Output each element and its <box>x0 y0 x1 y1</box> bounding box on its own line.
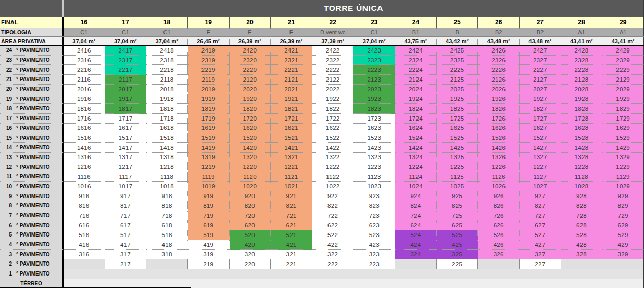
unit-cell[interactable]: 1629 <box>602 124 644 134</box>
unit-cell[interactable]: 1117 <box>105 172 147 182</box>
unit-cell[interactable]: 423 <box>353 240 395 250</box>
unit-cell[interactable]: 827 <box>520 201 561 211</box>
unit-cell[interactable]: 1828 <box>561 104 603 114</box>
unit-cell[interactable]: 1525 <box>437 133 478 143</box>
unit-cell[interactable]: 626 <box>478 220 520 230</box>
unit-cell[interactable]: 617 <box>105 220 147 230</box>
unit-cell[interactable]: 919 <box>188 191 230 201</box>
unit-cell[interactable]: 2322 <box>312 56 354 66</box>
unit-cell[interactable]: 2319 <box>188 56 230 66</box>
unit-cell[interactable]: 1322 <box>312 153 354 163</box>
unit-cell[interactable]: 726 <box>478 211 520 221</box>
unit-cell[interactable]: 1520 <box>230 133 271 143</box>
unit-cell[interactable]: 1329 <box>602 153 644 163</box>
unit-cell[interactable]: 2329 <box>602 56 644 66</box>
unit-cell[interactable]: 1126 <box>478 172 520 182</box>
unit-cell[interactable]: 1518 <box>146 133 188 143</box>
unit-cell[interactable]: 1022 <box>312 182 354 192</box>
unit-cell[interactable]: 219 <box>188 259 230 269</box>
unit-cell[interactable]: 1517 <box>105 133 147 143</box>
unit-cell[interactable] <box>64 259 105 269</box>
unit-cell[interactable]: 419 <box>188 240 230 250</box>
unit-cell[interactable]: 1826 <box>478 104 520 114</box>
unit-cell[interactable]: 1423 <box>353 143 395 153</box>
unit-cell[interactable]: 2123 <box>353 75 395 85</box>
tipologia-row-label[interactable]: TIPOLOGIA <box>0 28 64 36</box>
unit-cell[interactable]: 1223 <box>353 162 395 172</box>
unit-cell[interactable]: 2316 <box>64 56 105 66</box>
unit-cell[interactable]: 1019 <box>188 182 230 192</box>
unit-cell[interactable]: 1526 <box>478 133 520 143</box>
unit-cell[interactable]: 2224 <box>395 65 437 75</box>
unit-cell[interactable]: 428 <box>561 240 603 250</box>
unit-cell[interactable]: 1229 <box>602 162 644 172</box>
unit-cell[interactable]: 2318 <box>146 56 188 66</box>
unit-cell[interactable]: 1622 <box>312 124 354 134</box>
unit-cell[interactable]: 1825 <box>437 104 478 114</box>
floor-label[interactable]: 3° PAVIMENTO <box>0 250 64 259</box>
unit-cell[interactable]: 1222 <box>312 162 354 172</box>
unit-cell[interactable]: 1720 <box>230 114 271 124</box>
unit-cell[interactable] <box>395 259 437 269</box>
final-cell[interactable]: 23 <box>353 17 395 28</box>
unit-cell[interactable]: 523 <box>353 230 395 240</box>
area-cell[interactable]: 43,41 m² <box>602 37 644 45</box>
final-cell[interactable]: 18 <box>146 17 188 28</box>
unit-cell[interactable]: 2429 <box>602 46 644 56</box>
unit-cell[interactable]: 528 <box>561 230 603 240</box>
floor-label[interactable]: 15° PAVIMENTO <box>0 133 64 143</box>
unit-cell[interactable]: 1528 <box>561 133 603 143</box>
unit-cell[interactable]: 1523 <box>353 133 395 143</box>
unit-cell[interactable]: 917 <box>105 191 147 201</box>
unit-cell[interactable]: 1617 <box>105 124 147 134</box>
unit-cell[interactable]: 821 <box>271 201 312 211</box>
unit-cell[interactable]: 2416 <box>64 46 105 56</box>
unit-cell[interactable]: 616 <box>64 220 105 230</box>
unit-cell[interactable]: 2225 <box>437 65 478 75</box>
unit-cell[interactable]: 322 <box>312 250 354 259</box>
area-cell[interactable]: 43,48 m² <box>520 37 561 45</box>
unit-cell[interactable]: 2428 <box>561 46 603 56</box>
unit-cell[interactable]: 417 <box>105 240 147 250</box>
unit-cell[interactable]: 826 <box>478 201 520 211</box>
area-cell[interactable]: 26,39 m² <box>271 37 312 45</box>
unit-cell[interactable]: 1820 <box>230 104 271 114</box>
unit-cell[interactable]: 2419 <box>188 46 230 56</box>
final-cell[interactable]: 25 <box>437 17 478 28</box>
unit-cell[interactable]: 418 <box>146 240 188 250</box>
floor-label[interactable]: 23° PAVIMENTO <box>0 56 64 66</box>
unit-cell[interactable]: 1924 <box>395 94 437 104</box>
unit-cell[interactable]: 422 <box>312 240 354 250</box>
unit-cell[interactable]: 718 <box>146 211 188 221</box>
unit-cell[interactable]: 724 <box>395 211 437 221</box>
unit-cell[interactable]: 2228 <box>561 65 603 75</box>
floor-label[interactable]: 16° PAVIMENTO <box>0 124 64 134</box>
unit-cell[interactable]: 2325 <box>437 56 478 66</box>
unit-cell[interactable]: 316 <box>64 250 105 259</box>
unit-cell[interactable]: 1327 <box>520 153 561 163</box>
unit-cell[interactable]: 2217 <box>105 65 147 75</box>
final-cell[interactable]: 19 <box>188 17 230 28</box>
unit-cell[interactable]: 318 <box>146 250 188 259</box>
unit-cell[interactable]: 928 <box>561 191 603 201</box>
unit-cell[interactable]: 521 <box>271 230 312 240</box>
unit-cell[interactable]: 1918 <box>146 94 188 104</box>
unit-cell[interactable]: 625 <box>437 220 478 230</box>
unit-cell[interactable]: 1927 <box>520 94 561 104</box>
unit-cell[interactable]: 326 <box>478 250 520 259</box>
unit-cell[interactable]: 719 <box>188 211 230 221</box>
tipologia-cell[interactable]: E <box>271 28 312 36</box>
unit-cell[interactable]: 1217 <box>105 162 147 172</box>
unit-cell[interactable]: 1216 <box>64 162 105 172</box>
unit-cell[interactable]: 1318 <box>146 153 188 163</box>
unit-cell[interactable]: 2417 <box>105 46 147 56</box>
floor-label[interactable]: 17° PAVIMENTO <box>0 114 64 124</box>
unit-cell[interactable]: 2128 <box>561 75 603 85</box>
unit-cell[interactable]: 2418 <box>146 46 188 56</box>
unit-cell[interactable]: 2116 <box>64 75 105 85</box>
unit-cell[interactable]: 1623 <box>353 124 395 134</box>
unit-cell[interactable]: 1320 <box>230 153 271 163</box>
unit-cell[interactable]: 2022 <box>312 85 354 95</box>
unit-cell[interactable]: 1323 <box>353 153 395 163</box>
unit-cell[interactable]: 526 <box>478 230 520 240</box>
